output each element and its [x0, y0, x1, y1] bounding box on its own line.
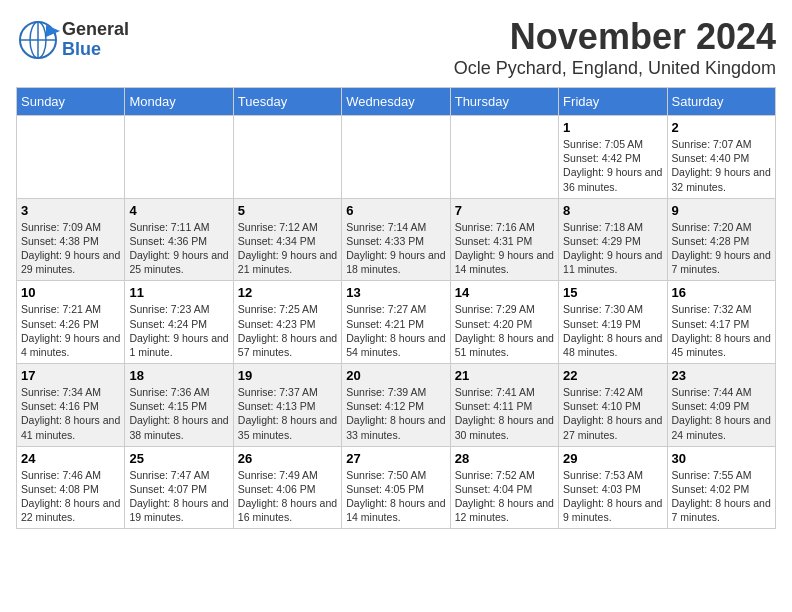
day-info: Sunrise: 7:09 AM Sunset: 4:38 PM Dayligh…	[21, 220, 120, 277]
calendar-header-saturday: Saturday	[667, 88, 775, 116]
header: General Blue November 2024 Ocle Pychard,…	[16, 16, 776, 79]
day-info: Sunrise: 7:25 AM Sunset: 4:23 PM Dayligh…	[238, 302, 337, 359]
calendar-day-17: 17Sunrise: 7:34 AM Sunset: 4:16 PM Dayli…	[17, 364, 125, 447]
logo: General Blue	[16, 20, 129, 60]
day-info: Sunrise: 7:34 AM Sunset: 4:16 PM Dayligh…	[21, 385, 120, 442]
day-number: 25	[129, 451, 228, 466]
day-info: Sunrise: 7:11 AM Sunset: 4:36 PM Dayligh…	[129, 220, 228, 277]
day-info: Sunrise: 7:44 AM Sunset: 4:09 PM Dayligh…	[672, 385, 771, 442]
calendar-header-monday: Monday	[125, 88, 233, 116]
calendar-header-sunday: Sunday	[17, 88, 125, 116]
day-number: 10	[21, 285, 120, 300]
calendar-table: SundayMondayTuesdayWednesdayThursdayFrid…	[16, 87, 776, 529]
calendar-day-10: 10Sunrise: 7:21 AM Sunset: 4:26 PM Dayli…	[17, 281, 125, 364]
calendar-day-30: 30Sunrise: 7:55 AM Sunset: 4:02 PM Dayli…	[667, 446, 775, 529]
calendar-header-row: SundayMondayTuesdayWednesdayThursdayFrid…	[17, 88, 776, 116]
day-number: 2	[672, 120, 771, 135]
day-info: Sunrise: 7:50 AM Sunset: 4:05 PM Dayligh…	[346, 468, 445, 525]
calendar-day-1: 1Sunrise: 7:05 AM Sunset: 4:42 PM Daylig…	[559, 116, 667, 199]
calendar-day-3: 3Sunrise: 7:09 AM Sunset: 4:38 PM Daylig…	[17, 198, 125, 281]
calendar-day-6: 6Sunrise: 7:14 AM Sunset: 4:33 PM Daylig…	[342, 198, 450, 281]
day-info: Sunrise: 7:36 AM Sunset: 4:15 PM Dayligh…	[129, 385, 228, 442]
logo-general-text: General	[62, 20, 129, 40]
logo-blue-text: Blue	[62, 40, 129, 60]
day-number: 17	[21, 368, 120, 383]
calendar-week-row: 17Sunrise: 7:34 AM Sunset: 4:16 PM Dayli…	[17, 364, 776, 447]
day-number: 3	[21, 203, 120, 218]
calendar-day-25: 25Sunrise: 7:47 AM Sunset: 4:07 PM Dayli…	[125, 446, 233, 529]
day-info: Sunrise: 7:20 AM Sunset: 4:28 PM Dayligh…	[672, 220, 771, 277]
calendar-header-thursday: Thursday	[450, 88, 558, 116]
calendar-day-24: 24Sunrise: 7:46 AM Sunset: 4:08 PM Dayli…	[17, 446, 125, 529]
calendar-header-wednesday: Wednesday	[342, 88, 450, 116]
calendar-empty-cell	[342, 116, 450, 199]
day-number: 22	[563, 368, 662, 383]
day-number: 19	[238, 368, 337, 383]
day-number: 6	[346, 203, 445, 218]
calendar-day-28: 28Sunrise: 7:52 AM Sunset: 4:04 PM Dayli…	[450, 446, 558, 529]
calendar-empty-cell	[125, 116, 233, 199]
calendar-header-friday: Friday	[559, 88, 667, 116]
calendar-week-row: 24Sunrise: 7:46 AM Sunset: 4:08 PM Dayli…	[17, 446, 776, 529]
calendar-day-14: 14Sunrise: 7:29 AM Sunset: 4:20 PM Dayli…	[450, 281, 558, 364]
day-info: Sunrise: 7:52 AM Sunset: 4:04 PM Dayligh…	[455, 468, 554, 525]
subtitle: Ocle Pychard, England, United Kingdom	[454, 58, 776, 79]
calendar-day-7: 7Sunrise: 7:16 AM Sunset: 4:31 PM Daylig…	[450, 198, 558, 281]
calendar-day-5: 5Sunrise: 7:12 AM Sunset: 4:34 PM Daylig…	[233, 198, 341, 281]
day-number: 23	[672, 368, 771, 383]
calendar-day-27: 27Sunrise: 7:50 AM Sunset: 4:05 PM Dayli…	[342, 446, 450, 529]
day-number: 11	[129, 285, 228, 300]
calendar-week-row: 10Sunrise: 7:21 AM Sunset: 4:26 PM Dayli…	[17, 281, 776, 364]
calendar-day-23: 23Sunrise: 7:44 AM Sunset: 4:09 PM Dayli…	[667, 364, 775, 447]
calendar-day-8: 8Sunrise: 7:18 AM Sunset: 4:29 PM Daylig…	[559, 198, 667, 281]
day-info: Sunrise: 7:29 AM Sunset: 4:20 PM Dayligh…	[455, 302, 554, 359]
day-number: 5	[238, 203, 337, 218]
day-info: Sunrise: 7:46 AM Sunset: 4:08 PM Dayligh…	[21, 468, 120, 525]
svg-marker-4	[46, 25, 60, 37]
calendar-day-26: 26Sunrise: 7:49 AM Sunset: 4:06 PM Dayli…	[233, 446, 341, 529]
calendar-day-21: 21Sunrise: 7:41 AM Sunset: 4:11 PM Dayli…	[450, 364, 558, 447]
logo-globe-icon	[16, 21, 60, 59]
day-number: 1	[563, 120, 662, 135]
day-info: Sunrise: 7:55 AM Sunset: 4:02 PM Dayligh…	[672, 468, 771, 525]
day-number: 14	[455, 285, 554, 300]
calendar-day-2: 2Sunrise: 7:07 AM Sunset: 4:40 PM Daylig…	[667, 116, 775, 199]
calendar-day-13: 13Sunrise: 7:27 AM Sunset: 4:21 PM Dayli…	[342, 281, 450, 364]
day-info: Sunrise: 7:32 AM Sunset: 4:17 PM Dayligh…	[672, 302, 771, 359]
calendar-day-20: 20Sunrise: 7:39 AM Sunset: 4:12 PM Dayli…	[342, 364, 450, 447]
calendar-header-tuesday: Tuesday	[233, 88, 341, 116]
day-info: Sunrise: 7:53 AM Sunset: 4:03 PM Dayligh…	[563, 468, 662, 525]
day-number: 30	[672, 451, 771, 466]
calendar-week-row: 3Sunrise: 7:09 AM Sunset: 4:38 PM Daylig…	[17, 198, 776, 281]
day-number: 29	[563, 451, 662, 466]
day-number: 21	[455, 368, 554, 383]
calendar-empty-cell	[233, 116, 341, 199]
day-info: Sunrise: 7:05 AM Sunset: 4:42 PM Dayligh…	[563, 137, 662, 194]
calendar-day-19: 19Sunrise: 7:37 AM Sunset: 4:13 PM Dayli…	[233, 364, 341, 447]
calendar-empty-cell	[450, 116, 558, 199]
calendar-day-9: 9Sunrise: 7:20 AM Sunset: 4:28 PM Daylig…	[667, 198, 775, 281]
main-title: November 2024	[454, 16, 776, 58]
calendar-day-11: 11Sunrise: 7:23 AM Sunset: 4:24 PM Dayli…	[125, 281, 233, 364]
calendar-week-row: 1Sunrise: 7:05 AM Sunset: 4:42 PM Daylig…	[17, 116, 776, 199]
day-number: 9	[672, 203, 771, 218]
day-info: Sunrise: 7:30 AM Sunset: 4:19 PM Dayligh…	[563, 302, 662, 359]
calendar-empty-cell	[17, 116, 125, 199]
calendar-day-15: 15Sunrise: 7:30 AM Sunset: 4:19 PM Dayli…	[559, 281, 667, 364]
day-number: 26	[238, 451, 337, 466]
day-number: 18	[129, 368, 228, 383]
day-number: 12	[238, 285, 337, 300]
day-number: 16	[672, 285, 771, 300]
day-info: Sunrise: 7:47 AM Sunset: 4:07 PM Dayligh…	[129, 468, 228, 525]
day-info: Sunrise: 7:18 AM Sunset: 4:29 PM Dayligh…	[563, 220, 662, 277]
day-number: 20	[346, 368, 445, 383]
day-info: Sunrise: 7:39 AM Sunset: 4:12 PM Dayligh…	[346, 385, 445, 442]
day-number: 28	[455, 451, 554, 466]
calendar-day-12: 12Sunrise: 7:25 AM Sunset: 4:23 PM Dayli…	[233, 281, 341, 364]
day-number: 24	[21, 451, 120, 466]
day-info: Sunrise: 7:27 AM Sunset: 4:21 PM Dayligh…	[346, 302, 445, 359]
day-info: Sunrise: 7:21 AM Sunset: 4:26 PM Dayligh…	[21, 302, 120, 359]
day-info: Sunrise: 7:42 AM Sunset: 4:10 PM Dayligh…	[563, 385, 662, 442]
day-number: 4	[129, 203, 228, 218]
title-section: November 2024 Ocle Pychard, England, Uni…	[454, 16, 776, 79]
